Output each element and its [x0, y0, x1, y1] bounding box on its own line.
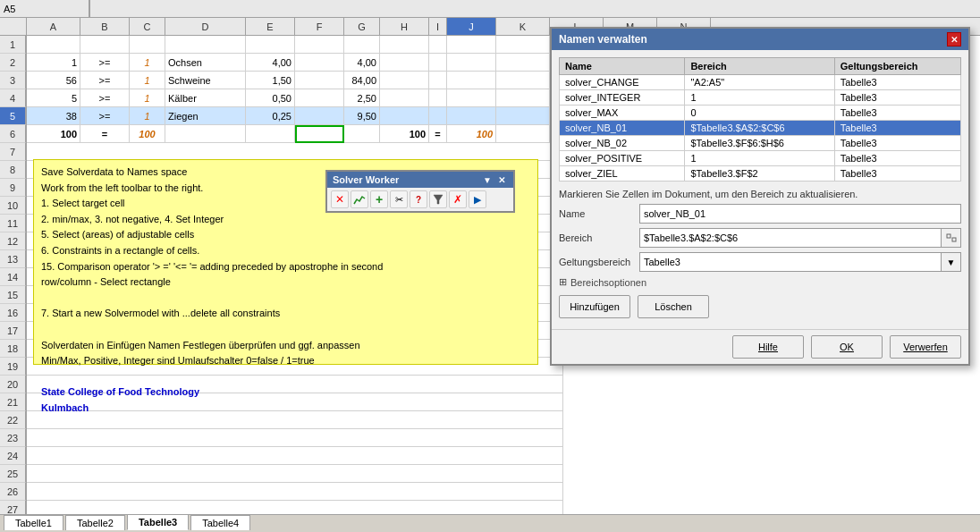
cell-D4[interactable]: Kälber [165, 89, 246, 107]
formula-bar[interactable] [90, 0, 980, 17]
cell-B3[interactable]: >= [80, 72, 130, 89]
tb-btn-plus[interactable]: + [370, 190, 388, 208]
sheet-tab-tabelle2[interactable]: Tabelle2 [65, 515, 125, 530]
cell-D3[interactable]: Schweine [165, 72, 246, 89]
cell-G5[interactable]: 9,50 [344, 107, 380, 125]
hilfe-button[interactable]: Hilfe [732, 335, 804, 359]
cell-B1[interactable] [80, 36, 130, 54]
verwerfen-button[interactable]: Verwerfen [890, 335, 961, 359]
sheet-tab-tabelle4[interactable]: Tabelle4 [190, 515, 250, 530]
cell-J4[interactable] [447, 89, 496, 107]
cell-K1[interactable] [496, 36, 550, 54]
loeschen-button[interactable]: Löschen [638, 295, 709, 318]
bereich-input[interactable] [639, 228, 942, 248]
cell-D5[interactable]: Ziegen [165, 107, 246, 125]
cell-B6[interactable]: = [80, 125, 130, 143]
cell-C5[interactable]: 1 [130, 107, 165, 125]
cell-F2[interactable] [295, 54, 344, 72]
cell-E2[interactable]: 4,00 [246, 54, 295, 72]
cell-H2[interactable] [380, 54, 429, 72]
cell-E6[interactable] [246, 125, 295, 143]
cell-G4[interactable]: 2,50 [344, 89, 380, 107]
tb-btn-1[interactable]: ✕ [331, 190, 349, 208]
cell-G3[interactable]: 84,00 [344, 72, 380, 89]
cell-D1[interactable] [165, 36, 246, 54]
table-row[interactable]: solver_CHANGE "A2:A5" Tabelle3 [560, 75, 961, 90]
bereich-optionen-toggle[interactable]: ⊞ Bereichsoptionen [559, 276, 961, 288]
dialog-close-button[interactable]: ✕ [947, 32, 961, 46]
cell-K6[interactable] [496, 125, 550, 143]
cell-B4[interactable]: >= [80, 89, 130, 107]
table-row-selected[interactable]: solver_NB_01 $Tabelle3.$A$2:$C$6 Tabelle… [560, 121, 961, 136]
tb-btn-help[interactable]: ? [410, 190, 427, 208]
cell-A5[interactable]: 38 [27, 107, 80, 125]
tb-btn-scissors[interactable]: ✂ [390, 190, 408, 208]
cell-G1[interactable] [344, 36, 380, 54]
geltung-input[interactable] [639, 252, 942, 272]
cell-C3[interactable]: 1 [130, 72, 165, 89]
toolbar-close-btn[interactable]: ✕ [495, 173, 508, 186]
cell-E5[interactable]: 0,25 [246, 107, 295, 125]
cell-A2[interactable]: 1 [27, 54, 80, 72]
cell-K4[interactable] [496, 89, 550, 107]
cell-I1[interactable] [429, 36, 447, 54]
table-row[interactable]: solver_ZIEL $Tabelle3.$F$2 Tabelle3 [560, 166, 961, 182]
cell-A3[interactable]: 56 [27, 72, 80, 89]
cell-B2[interactable]: >= [80, 54, 130, 72]
cell-J3[interactable] [447, 72, 496, 89]
table-row[interactable]: solver_INTEGER 1 Tabelle3 [560, 90, 961, 106]
cell-B5[interactable]: >= [80, 107, 130, 125]
cell-I6[interactable]: = [429, 125, 447, 143]
table-row[interactable]: solver_NB_02 $Tabelle3.$F$6:$H$6 Tabelle… [560, 136, 961, 151]
cell-I3[interactable] [429, 72, 447, 89]
tb-btn-play[interactable]: ▶ [469, 190, 486, 208]
cell-H3[interactable] [380, 72, 429, 89]
cell-row23[interactable] [27, 429, 563, 447]
cell-K2[interactable] [496, 54, 550, 72]
cell-F3[interactable] [295, 72, 344, 89]
cell-G6[interactable] [344, 125, 380, 143]
cell-F4[interactable] [295, 89, 344, 107]
cell-H4[interactable] [380, 89, 429, 107]
toolbar-minimize-btn[interactable]: ▼ [481, 173, 494, 186]
cell-D6[interactable] [165, 125, 246, 143]
cell-F5[interactable] [295, 107, 344, 125]
sheet-tab-tabelle3[interactable]: Tabelle3 [127, 514, 189, 530]
cell-row25[interactable] [27, 465, 563, 483]
cell-row26[interactable] [27, 483, 563, 501]
cell-I2[interactable] [429, 54, 447, 72]
tb-btn-redx2[interactable]: ✗ [449, 190, 467, 208]
cell-K5[interactable] [496, 107, 550, 125]
cell-J5[interactable] [447, 107, 496, 125]
cell-E1[interactable] [246, 36, 295, 54]
cell-J6[interactable]: 100 [447, 125, 496, 143]
cell-C6[interactable]: 100 [130, 125, 165, 143]
cell-I5[interactable] [429, 107, 447, 125]
cell-G2[interactable]: 4,00 [344, 54, 380, 72]
cell-row24[interactable] [27, 447, 563, 465]
cell-C4[interactable]: 1 [130, 89, 165, 107]
cell-F1[interactable] [295, 36, 344, 54]
cell-row7[interactable] [27, 143, 563, 161]
hinzufuegen-button[interactable]: Hinzufügen [559, 295, 630, 318]
cell-J2[interactable] [447, 54, 496, 72]
cell-A6[interactable]: 100 [27, 125, 80, 143]
cell-E4[interactable]: 0,50 [246, 89, 295, 107]
tb-btn-chart[interactable] [351, 190, 368, 208]
sheet-tab-tabelle1[interactable]: Tabelle1 [4, 515, 63, 530]
cell-E3[interactable]: 1,50 [246, 72, 295, 89]
cell-H5[interactable] [380, 107, 429, 125]
cell-A1[interactable] [27, 36, 80, 54]
name-box[interactable]: A5 [0, 0, 89, 17]
cell-F6[interactable] [295, 125, 344, 143]
cell-C2[interactable]: 1 [130, 54, 165, 72]
bereich-range-button[interactable] [942, 228, 961, 248]
geltung-dropdown-button[interactable]: ▼ [942, 252, 961, 272]
name-input[interactable] [639, 204, 961, 224]
table-row[interactable]: solver_MAX 0 Tabelle3 [560, 106, 961, 121]
cell-H6[interactable]: 100 [380, 125, 429, 143]
tb-btn-filter[interactable] [429, 190, 447, 208]
cell-H1[interactable] [380, 36, 429, 54]
cell-I4[interactable] [429, 89, 447, 107]
cell-J1[interactable] [447, 36, 496, 54]
